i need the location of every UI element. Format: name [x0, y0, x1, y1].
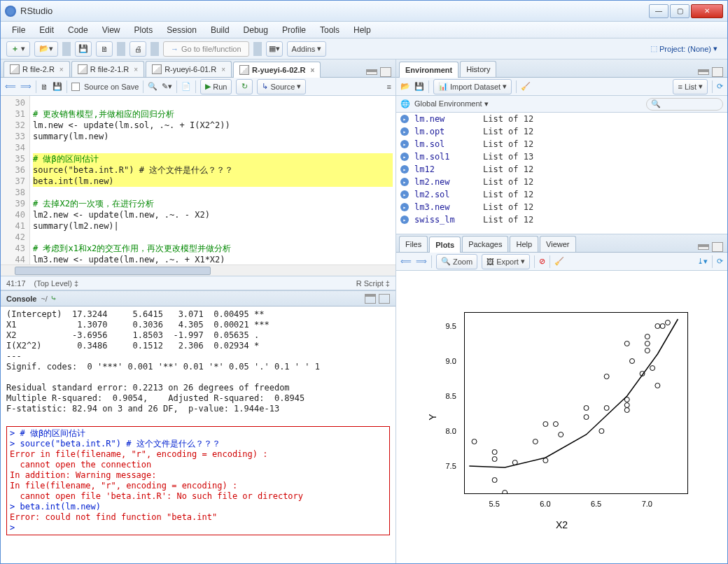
- language-label[interactable]: R Script ‡: [356, 279, 390, 288]
- expand-icon[interactable]: ▸: [400, 203, 409, 211]
- env-tab-environment[interactable]: Environment: [399, 62, 458, 78]
- env-item[interactable]: ▸lm2.newList of 12: [396, 176, 727, 188]
- expand-icon[interactable]: ▸: [400, 140, 409, 148]
- close-tab-icon[interactable]: ×: [59, 66, 64, 73]
- refresh-plot-icon[interactable]: ⟳: [717, 257, 723, 266]
- source-button[interactable]: ↳Source ▾: [257, 79, 306, 94]
- console-output[interactable]: (Intercept) 17.3244 5.6415 3.071 0.00495…: [1, 306, 396, 563]
- menu-debug[interactable]: Debug: [238, 23, 274, 37]
- clear-env-icon[interactable]: 🧹: [521, 82, 531, 91]
- env-item[interactable]: ▸lm.sol1List of 13: [396, 150, 727, 163]
- editor-tab[interactable]: R file-2.R×: [4, 61, 70, 77]
- close-button[interactable]: ✕: [691, 4, 723, 18]
- plot-min-icon[interactable]: [698, 244, 709, 250]
- close-tab-icon[interactable]: ×: [134, 66, 138, 73]
- expand-icon[interactable]: ▸: [400, 216, 409, 224]
- save-icon[interactable]: 💾: [52, 82, 62, 91]
- env-item[interactable]: ▸lm2.solList of 12: [396, 188, 727, 201]
- minimize-pane-icon[interactable]: [366, 69, 377, 75]
- expand-icon[interactable]: ▸: [400, 165, 409, 174]
- new-file-button[interactable]: ＋▾: [6, 41, 30, 57]
- scope-label[interactable]: (Top Level) ‡: [34, 279, 79, 288]
- env-item[interactable]: ▸lm.newList of 12: [396, 113, 727, 125]
- expand-icon[interactable]: ▸: [400, 115, 409, 123]
- menu-session[interactable]: Session: [161, 23, 202, 37]
- run-button[interactable]: ▶Run: [200, 79, 232, 94]
- plot-max-icon[interactable]: [712, 242, 723, 252]
- plot-tab-help[interactable]: Help: [510, 236, 538, 252]
- open-file-button[interactable]: 📂▾: [34, 41, 58, 57]
- wand-icon[interactable]: ✎▾: [162, 82, 172, 91]
- save-ws-icon[interactable]: 💾: [414, 82, 424, 91]
- zoom-button[interactable]: 🔍 Zoom: [436, 254, 477, 269]
- plot-tab-packages[interactable]: Packages: [462, 236, 508, 252]
- back-icon[interactable]: ⟸: [5, 82, 16, 91]
- code-editor[interactable]: 30 31 32 33 34 35 36 37 38 39 40 41 42 4…: [1, 96, 396, 265]
- menu-tools[interactable]: Tools: [314, 23, 345, 37]
- goto-file-function-input[interactable]: →Go to file/function: [163, 41, 249, 57]
- plot-tab-plots[interactable]: Plots: [429, 237, 461, 253]
- remove-plot-icon[interactable]: ⊘: [539, 257, 545, 266]
- menu-profile[interactable]: Profile: [276, 23, 312, 37]
- editor-tab[interactable]: R-yueyi-6-02.R×: [233, 62, 321, 78]
- menu-plots[interactable]: Plots: [129, 23, 159, 37]
- env-item[interactable]: ▸swiss_lmList of 12: [396, 213, 727, 226]
- load-ws-icon[interactable]: 📂: [400, 82, 410, 91]
- console-min-icon[interactable]: [365, 294, 376, 304]
- close-tab-icon[interactable]: ×: [310, 66, 314, 74]
- editor-hscrollbar[interactable]: [1, 265, 396, 276]
- env-tab-history[interactable]: History: [460, 61, 496, 77]
- compile-report-icon[interactable]: 📄: [181, 82, 191, 91]
- console-max-icon[interactable]: [379, 294, 390, 304]
- maximize-button[interactable]: ▢: [670, 4, 690, 18]
- svg-point-0: [472, 439, 477, 444]
- export-button[interactable]: 🖼 Export ▾: [482, 254, 530, 269]
- minimize-button[interactable]: —: [649, 4, 668, 18]
- close-tab-icon[interactable]: ×: [221, 66, 225, 73]
- editor-tab[interactable]: R file-2-1.R×: [71, 61, 144, 77]
- env-item[interactable]: ▸lm3.newList of 12: [396, 201, 727, 213]
- menu-build[interactable]: Build: [205, 23, 235, 37]
- menu-code[interactable]: Code: [62, 23, 94, 37]
- env-scope[interactable]: Global Environment ▾: [414, 99, 489, 108]
- source-on-save-checkbox[interactable]: [71, 83, 80, 91]
- refresh-env-icon[interactable]: ⟳: [717, 82, 723, 91]
- env-max-icon[interactable]: [712, 67, 723, 77]
- rerun-button[interactable]: ↻: [236, 79, 253, 94]
- env-item[interactable]: ▸lm.solList of 12: [396, 138, 727, 150]
- plot-tab-files[interactable]: Files: [399, 236, 428, 252]
- clear-plots-icon[interactable]: 🧹: [554, 257, 564, 266]
- menu-file[interactable]: File: [6, 23, 31, 37]
- env-min-icon[interactable]: [698, 69, 709, 75]
- env-item[interactable]: ▸lm12List of 12: [396, 163, 727, 176]
- print-button[interactable]: 🖨: [130, 41, 146, 57]
- addins-button[interactable]: Addins ▾: [287, 41, 327, 57]
- maximize-pane-icon[interactable]: [380, 67, 391, 77]
- env-search-input[interactable]: 🔍: [646, 98, 723, 111]
- import-dataset-button[interactable]: 📊 Import Dataset ▾: [433, 79, 512, 94]
- env-item[interactable]: ▸lm.optList of 12: [396, 125, 727, 138]
- editor-tab[interactable]: R-yueyi-6-01.R×: [146, 61, 232, 77]
- env-list[interactable]: ▸lm.newList of 12▸lm.optList of 12▸lm.so…: [396, 113, 727, 234]
- expand-icon[interactable]: ▸: [400, 127, 409, 136]
- plot-tab-viewer[interactable]: Viewer: [540, 236, 575, 252]
- outline-icon[interactable]: ≡: [387, 83, 391, 91]
- plot-next-icon[interactable]: ⟹: [416, 257, 427, 266]
- expand-icon[interactable]: ▸: [400, 178, 409, 186]
- forward-icon[interactable]: ⟹: [20, 82, 31, 91]
- plot-prev-icon[interactable]: ⟸: [400, 257, 412, 266]
- save-button[interactable]: 💾: [75, 41, 92, 57]
- grid-button[interactable]: ▦▾: [266, 41, 283, 57]
- menu-edit[interactable]: Edit: [34, 23, 59, 37]
- menu-help[interactable]: Help: [348, 23, 377, 37]
- save-all-button[interactable]: 🗎: [96, 41, 113, 57]
- expand-icon[interactable]: ▸: [400, 153, 409, 161]
- expand-icon[interactable]: ▸: [400, 190, 409, 199]
- show-in-pane-icon[interactable]: 🗎: [41, 83, 48, 91]
- publish-icon[interactable]: ⤓▾: [697, 257, 708, 266]
- list-view-button[interactable]: ≡ List ▾: [673, 79, 708, 94]
- find-icon[interactable]: 🔍: [148, 82, 158, 91]
- project-menu[interactable]: ⬚ Project: (None) ▾: [646, 41, 722, 57]
- menu-view[interactable]: View: [97, 23, 126, 37]
- console-wd-icon[interactable]: ⤷: [50, 294, 57, 303]
